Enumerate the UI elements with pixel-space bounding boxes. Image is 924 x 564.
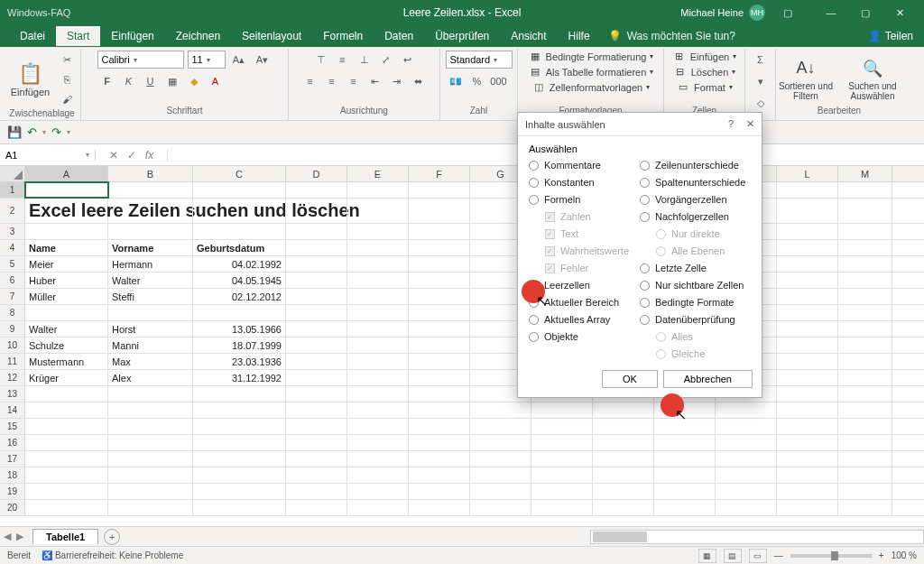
tab-formeln[interactable]: Formeln [312, 26, 374, 46]
cell[interactable] [286, 240, 347, 255]
cell[interactable] [286, 199, 347, 223]
select-all-corner[interactable] [0, 166, 25, 181]
cell[interactable] [347, 305, 409, 320]
cell[interactable] [716, 419, 777, 434]
cell[interactable] [593, 435, 654, 450]
orientation-icon[interactable]: ⤢ [376, 51, 396, 69]
cell[interactable] [593, 402, 654, 418]
cell[interactable] [409, 402, 470, 418]
cut-icon[interactable]: ✂ [57, 51, 77, 69]
cell[interactable] [193, 199, 286, 223]
cell[interactable] [347, 484, 409, 499]
cell[interactable] [470, 435, 531, 450]
cell[interactable] [777, 354, 838, 369]
cell[interactable] [193, 484, 286, 499]
row-header[interactable]: 16 [0, 435, 25, 450]
cell[interactable] [286, 289, 347, 304]
dialog-option[interactable]: Vorgängerzellen [640, 194, 751, 205]
dialog-close-icon[interactable]: ✕ [746, 118, 754, 130]
cancel-edit-icon[interactable]: ✕ [109, 149, 118, 162]
cell[interactable]: Schulze [25, 337, 108, 353]
col-A[interactable]: A [25, 166, 108, 181]
cell[interactable] [838, 386, 892, 402]
cell[interactable] [286, 354, 347, 369]
tab-seitenlayout[interactable]: Seitenlayout [231, 26, 312, 46]
cell[interactable] [777, 321, 838, 337]
cell[interactable] [593, 500, 654, 515]
cell[interactable]: Müller [25, 289, 108, 304]
cell[interactable] [193, 500, 286, 515]
redo-icon[interactable]: ↷ [51, 125, 61, 139]
paste-button[interactable]: 📋 Einfügen [7, 60, 53, 99]
cell[interactable] [286, 321, 347, 337]
cell[interactable] [25, 182, 108, 198]
cell[interactable] [347, 435, 409, 450]
cell[interactable] [777, 289, 838, 304]
cell[interactable] [531, 467, 593, 483]
tab-start[interactable]: Start [56, 26, 100, 46]
cell[interactable] [286, 402, 347, 418]
row-header[interactable]: 1 [0, 182, 25, 198]
cell[interactable] [838, 289, 892, 304]
cell[interactable] [286, 305, 347, 320]
copy-icon[interactable]: ⎘ [57, 70, 77, 88]
dialog-option[interactable]: Bedingte Formate [640, 297, 751, 308]
cell[interactable] [531, 484, 593, 499]
cell[interactable]: Horst [108, 321, 193, 337]
sheet-nav-first-icon[interactable]: ◀ [4, 531, 11, 542]
cell[interactable] [470, 419, 531, 434]
cell[interactable] [470, 402, 531, 418]
cell[interactable] [108, 484, 193, 499]
avatar[interactable]: MH [749, 5, 765, 21]
cell[interactable] [409, 337, 470, 353]
cell[interactable] [777, 337, 838, 353]
cell[interactable] [777, 305, 838, 320]
cell[interactable] [193, 467, 286, 483]
row-header[interactable]: 18 [0, 467, 25, 483]
cell[interactable] [409, 289, 470, 304]
cell[interactable]: Excel leere Zeilen suchen und löschen [25, 199, 108, 223]
cell[interactable] [838, 321, 892, 337]
cell[interactable] [25, 451, 108, 467]
cell[interactable] [838, 305, 892, 320]
cell[interactable]: 18.07.1999 [193, 337, 286, 353]
format-painter-icon[interactable]: 🖌 [57, 90, 77, 108]
cell[interactable] [286, 337, 347, 353]
view-pagebreak-icon[interactable]: ▭ [749, 549, 767, 563]
cell[interactable] [108, 419, 193, 434]
tab-ueberpruefen[interactable]: Überprüfen [424, 26, 500, 46]
cell[interactable] [409, 354, 470, 369]
cell[interactable] [777, 273, 838, 288]
cell[interactable] [108, 500, 193, 515]
cell[interactable] [193, 435, 286, 450]
cell[interactable] [108, 467, 193, 483]
dialog-option[interactable]: Kommentare [529, 160, 640, 171]
cell[interactable] [193, 305, 286, 320]
merge-icon[interactable]: ⬌ [409, 72, 429, 90]
tab-einfuegen[interactable]: Einfügen [100, 26, 164, 46]
cell[interactable] [409, 370, 470, 385]
view-pagelayout-icon[interactable]: ▤ [724, 549, 742, 563]
cell[interactable] [777, 182, 838, 198]
cell[interactable] [347, 224, 409, 239]
dialog-option[interactable]: Spaltenunterschiede [640, 177, 751, 188]
cell-styles[interactable]: ◫Zellenformatvorlagen▾ [531, 81, 650, 93]
cell[interactable] [193, 419, 286, 434]
cell[interactable] [108, 305, 193, 320]
cell[interactable] [716, 467, 777, 483]
cell[interactable] [531, 402, 593, 418]
row-header[interactable]: 11 [0, 354, 25, 369]
cell[interactable] [838, 182, 892, 198]
cell[interactable] [593, 484, 654, 499]
cell[interactable] [286, 182, 347, 198]
insert-cells[interactable]: ⊞Einfügen▾ [672, 51, 736, 62]
cell[interactable] [347, 199, 409, 223]
cell[interactable] [347, 256, 409, 272]
cell[interactable] [777, 451, 838, 467]
cell[interactable]: Walter [25, 321, 108, 337]
row-header[interactable]: 14 [0, 402, 25, 418]
maximize-icon[interactable]: ▢ [848, 0, 882, 25]
cell[interactable] [347, 337, 409, 353]
cell[interactable] [193, 182, 286, 198]
cell[interactable] [25, 435, 108, 450]
